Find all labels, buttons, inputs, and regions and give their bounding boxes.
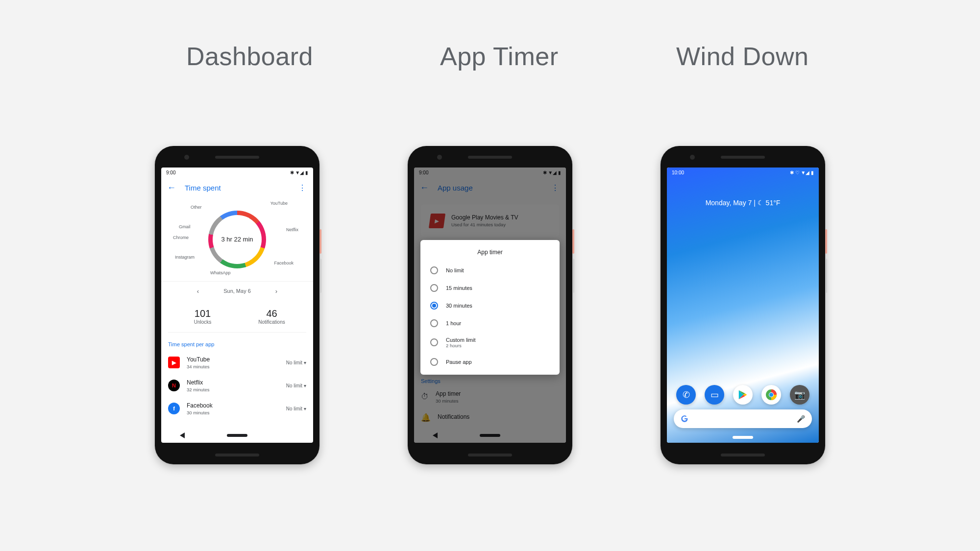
- option-30-min[interactable]: 30 minutes: [420, 297, 560, 314]
- label-instagram: Instagram: [175, 255, 195, 260]
- label-youtube: YouTube: [270, 201, 288, 206]
- donut-total: 3 hr 22 min: [213, 215, 262, 264]
- search-bar[interactable]: 🎤: [674, 409, 812, 428]
- youtube-icon: ▶: [168, 357, 180, 368]
- status-time: 10:00: [672, 170, 684, 175]
- dock: ✆ ▭ 📷: [667, 385, 819, 405]
- more-icon[interactable]: ⋮: [298, 183, 306, 192]
- app-timer-modal: App timer No limit 15 minutes 30 minutes…: [420, 240, 560, 375]
- nav-home-pill[interactable]: [733, 436, 753, 439]
- option-1-hour[interactable]: 1 hour: [420, 314, 560, 332]
- option-custom[interactable]: Custom limit2 hours: [420, 332, 560, 353]
- label-whatsapp: WhatsApp: [210, 270, 231, 275]
- app-bar: ← Time spent ⋮: [161, 178, 313, 198]
- radio-icon: [430, 338, 438, 346]
- nav-back-icon[interactable]: [180, 432, 185, 438]
- donut-chart: 3 hr 22 min YouTube Netflix Facebook Wha…: [161, 198, 313, 281]
- heading-winddown: Wind Down: [676, 42, 808, 71]
- camera-icon[interactable]: 📷: [790, 385, 809, 405]
- heading-dashboard: Dashboard: [186, 42, 313, 71]
- status-bar: 9:00 ✱ ▼◢ ▮: [161, 168, 313, 178]
- radio-icon: [430, 266, 438, 274]
- radio-icon: [430, 302, 438, 310]
- status-icons: ✱ ▼◢ ▮: [290, 170, 308, 175]
- prev-day-icon[interactable]: ‹: [197, 287, 199, 295]
- nav-bar: [161, 428, 313, 443]
- app-row-youtube[interactable]: ▶ YouTube34 minutes No limit ▾: [161, 351, 313, 374]
- play-store-icon[interactable]: [733, 385, 753, 405]
- date-nav: ‹ Sun, May 6 ›: [161, 281, 313, 301]
- limit-dropdown[interactable]: No limit ▾: [286, 383, 306, 388]
- modal-title: App timer: [420, 249, 560, 256]
- stat-notifications: 46 Notifications: [237, 301, 306, 332]
- label-chrome: Chrome: [173, 235, 189, 240]
- next-day-icon[interactable]: ›: [275, 287, 277, 295]
- status-time: 9:00: [166, 170, 175, 175]
- chrome-icon[interactable]: [761, 385, 781, 405]
- status-bar: 10:00 ✱ ♡ ▼◢ ▮: [667, 168, 819, 178]
- limit-dropdown[interactable]: No limit ▾: [286, 360, 306, 365]
- app-row-netflix[interactable]: N Netflix32 minutes No limit ▾: [161, 374, 313, 397]
- svg-point-2: [769, 393, 773, 397]
- phone-apptimer: 9:00 ✱ ▼◢ ▮ ← App usage ⋮ ▶ Google Play …: [408, 146, 572, 464]
- phone-icon[interactable]: ✆: [676, 385, 696, 405]
- netflix-icon: N: [168, 380, 180, 391]
- radio-icon: [430, 319, 438, 327]
- phone-winddown: 10:00 ✱ ♡ ▼◢ ▮ Monday, May 7 | ☾ 51°F ✆ …: [661, 146, 825, 464]
- option-pause[interactable]: Pause app: [420, 353, 560, 371]
- limit-dropdown[interactable]: No limit ▾: [286, 406, 306, 411]
- nav-home-pill[interactable]: [227, 434, 247, 437]
- facebook-icon: f: [168, 403, 180, 414]
- mic-icon[interactable]: 🎤: [797, 415, 805, 423]
- section-header: Time spent per app: [161, 333, 313, 351]
- radio-icon: [430, 284, 438, 292]
- heading-apptimer: App Timer: [440, 42, 558, 71]
- label-gmail: Gmail: [179, 224, 191, 229]
- phone-dashboard: 9:00 ✱ ▼◢ ▮ ← Time spent ⋮ 3 hr 22 min Y…: [155, 146, 319, 464]
- google-icon: [681, 415, 688, 423]
- label-other: Other: [191, 205, 202, 210]
- option-15-min[interactable]: 15 minutes: [420, 279, 560, 297]
- app-row-facebook[interactable]: f Facebook30 minutes No limit ▾: [161, 397, 313, 420]
- date-label: Sun, May 6: [223, 288, 251, 294]
- radio-icon: [430, 358, 438, 366]
- option-no-limit[interactable]: No limit: [420, 262, 560, 279]
- stat-unlocks: 101 Unlocks: [168, 301, 237, 332]
- page-title: Time spent: [185, 184, 221, 192]
- label-facebook: Facebook: [274, 261, 294, 265]
- date-weather[interactable]: Monday, May 7 | ☾ 51°F: [667, 199, 819, 207]
- messages-icon[interactable]: ▭: [705, 385, 724, 405]
- label-netflix: Netflix: [286, 227, 298, 232]
- back-icon[interactable]: ←: [167, 183, 176, 193]
